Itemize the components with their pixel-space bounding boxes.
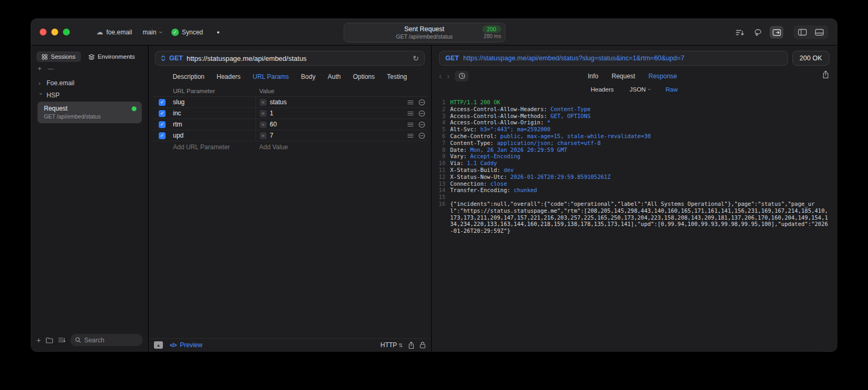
left-panel-toggle-icon[interactable] <box>794 26 810 38</box>
search-input[interactable]: Search <box>70 334 143 346</box>
protocol-selector[interactable]: HTTP ⇅ <box>380 341 403 349</box>
remove-param-icon[interactable] <box>418 110 425 117</box>
param-value-cell[interactable]: = 7 <box>255 130 427 141</box>
url-row: GET https://statuspage.me/api/embed/stat… <box>149 46 431 68</box>
column-header-value: Value <box>255 86 427 96</box>
request-tabs: Description Headers URL Params Body Auth… <box>149 68 431 86</box>
tab-environments[interactable]: Environments <box>83 51 140 62</box>
desktop: ☁ foe.email main › ✓ Synced ● Sent Reque… <box>0 0 868 390</box>
request-url-bar[interactable]: GET https://statuspage.me/api/embed/stat… <box>155 51 425 66</box>
param-name[interactable]: upd <box>172 132 255 139</box>
tab-headers[interactable]: Headers <box>216 73 240 80</box>
subtab-json-label: JSON <box>629 86 646 93</box>
add-param-name-input[interactable]: Add URL Parameter <box>172 143 255 151</box>
unsaved-dot-icon: ● <box>217 30 220 35</box>
request-url-input[interactable]: https://statuspage.me/api/embed/status <box>187 55 409 62</box>
response-body-view[interactable]: HTTP/1.1 200 OK Access-Control-Allow-Hea… <box>432 95 837 351</box>
param-value-cell[interactable]: = status <box>255 97 427 107</box>
check-icon: ✓ <box>160 122 165 127</box>
zoom-window-button[interactable] <box>63 29 70 35</box>
param-value[interactable]: 1 <box>270 110 404 117</box>
tree-group-label: Foe.email <box>47 79 75 87</box>
code-line: Access-Control-Allow-HeadersContent-Type <box>432 106 829 113</box>
remove-param-icon[interactable] <box>418 99 425 106</box>
tree-group-hsp[interactable]: › HSP <box>35 89 144 101</box>
param-checkbox[interactable]: ✓ <box>159 110 166 117</box>
add-param-value-input[interactable]: Add Value <box>255 141 427 152</box>
lasso-icon[interactable] <box>751 26 765 39</box>
close-window-button[interactable] <box>40 29 47 35</box>
response-status-badge: 200 OK <box>792 51 829 66</box>
param-value[interactable]: 7 <box>270 132 404 139</box>
column-header-name: URL Parameter <box>172 88 255 94</box>
status-code-badge: 200 <box>482 25 501 33</box>
history-arrows: ‹ › <box>439 71 450 80</box>
history-back-icon[interactable]: ‹ <box>439 71 442 80</box>
add-param-row: Add URL Parameter Add Value <box>153 141 427 152</box>
add-session-icon[interactable]: + <box>38 65 42 72</box>
response-url-row: GET https://statuspage.me/api/embed/stat… <box>432 46 837 68</box>
code-line-body: {"incidents":null,"overall":{"code":"ope… <box>432 201 829 234</box>
request-method[interactable]: GET <box>169 55 183 62</box>
new-folder-icon[interactable] <box>45 337 53 343</box>
tab-body[interactable]: Body <box>301 73 315 80</box>
param-value-cell[interactable]: = 1 <box>255 108 427 119</box>
reorder-icon[interactable] <box>407 100 414 105</box>
reorder-icon[interactable] <box>407 122 414 127</box>
param-value[interactable]: 60 <box>270 121 404 128</box>
request-footer: ▴ </> Preview HTTP ⇅ <box>149 338 431 351</box>
param-checkbox[interactable]: ✓ <box>159 132 166 139</box>
tab-testing[interactable]: Testing <box>387 73 407 80</box>
collapse-editor-icon[interactable]: ▴ <box>154 341 163 349</box>
param-name[interactable]: rtm <box>172 121 255 128</box>
tab-response[interactable]: Response <box>648 72 677 80</box>
method-selector-icon[interactable] <box>161 55 166 61</box>
tab-description[interactable]: Description <box>172 73 204 80</box>
request-status-widget[interactable]: Sent Request GET /api/embed/status 200 2… <box>343 23 505 42</box>
tab-sessions[interactable]: Sessions <box>36 51 81 62</box>
request-status-dot-icon <box>132 106 136 111</box>
param-value[interactable]: status <box>270 98 404 106</box>
remove-param-icon[interactable] <box>418 132 425 139</box>
tab-auth[interactable]: Auth <box>327 73 341 80</box>
branch-selector[interactable]: main › <box>143 29 162 36</box>
param-value-cell[interactable]: = 60 <box>255 119 427 130</box>
reorder-icon[interactable] <box>407 111 414 116</box>
equals-chip-icon: = <box>260 99 267 106</box>
sync-status[interactable]: ✓ Synced <box>171 29 203 36</box>
subtab-raw[interactable]: Raw <box>665 86 678 93</box>
new-request-icon[interactable]: + <box>36 336 41 344</box>
collapse-all-icon[interactable]: — <box>48 65 54 73</box>
tab-options[interactable]: Options <box>353 73 374 80</box>
sort-list-icon[interactable] <box>58 337 66 343</box>
remove-param-icon[interactable] <box>418 121 425 128</box>
reorder-icon[interactable] <box>407 133 414 138</box>
share-response-icon[interactable] <box>822 70 829 79</box>
widget-subtitle: GET /api/embed/status <box>396 33 453 40</box>
preview-button[interactable]: </> Preview <box>170 341 203 349</box>
param-name[interactable]: slug <box>172 98 255 106</box>
history-clock-icon[interactable] <box>455 71 469 81</box>
widget-title: Sent Request <box>404 25 444 33</box>
minimize-window-button[interactable] <box>51 29 58 35</box>
tree-group-foe-email[interactable]: › Foe.email <box>35 77 144 89</box>
param-checkbox[interactable]: ✓ <box>159 99 166 106</box>
tab-url-params[interactable]: URL Params <box>253 73 289 80</box>
sort-filter-icon[interactable] <box>733 26 746 39</box>
param-name[interactable]: inc <box>172 110 255 117</box>
subtab-headers[interactable]: Headers <box>591 86 614 93</box>
subtab-format-dropdown[interactable]: JSON › <box>629 86 650 93</box>
resend-icon[interactable]: ↻ <box>413 54 419 62</box>
param-checkbox[interactable]: ✓ <box>159 121 166 128</box>
tab-info[interactable]: Info <box>588 72 598 80</box>
project-selector[interactable]: ☁ foe.email <box>96 28 132 36</box>
history-forward-icon[interactable]: › <box>447 71 450 80</box>
sidebar-item-request[interactable]: Request GET /api/embed/status <box>38 102 142 123</box>
chevron-down-icon: › <box>158 31 164 33</box>
share-request-icon[interactable] <box>408 341 415 349</box>
layout-toggle-icon[interactable] <box>770 26 783 39</box>
bottom-panel-toggle-icon[interactable] <box>811 26 827 38</box>
response-url-bar[interactable]: GET https://statuspage.me/api/embed/stat… <box>439 51 788 66</box>
tab-request[interactable]: Request <box>611 72 635 80</box>
lock-icon[interactable] <box>419 341 426 349</box>
